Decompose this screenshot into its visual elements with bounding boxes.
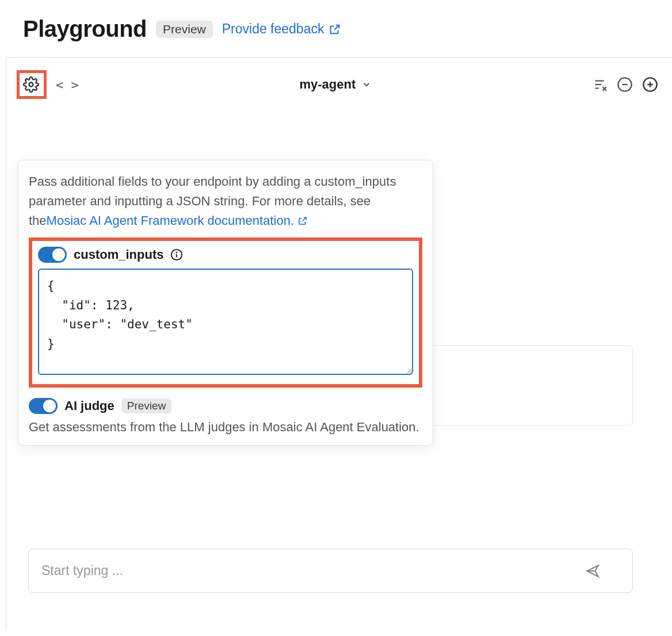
chat-input[interactable]: Start typing ...: [28, 549, 633, 593]
minus-circle-icon[interactable]: [617, 76, 633, 93]
settings-button-highlight: [17, 70, 47, 99]
chevron-down-icon: [361, 79, 372, 90]
custom-inputs-label: custom_inputs: [74, 247, 163, 262]
svg-point-0: [29, 83, 33, 87]
plus-circle-icon[interactable]: [642, 76, 658, 93]
ai-judge-label: AI judge: [64, 399, 114, 413]
code-toggle-icon[interactable]: < >: [56, 78, 79, 92]
model-name-label: my-agent: [299, 77, 356, 92]
send-icon[interactable]: [585, 564, 600, 578]
external-link-icon: [329, 23, 341, 36]
chat-placeholder: Start typing ...: [41, 563, 123, 578]
custom-inputs-toggle[interactable]: [38, 247, 67, 263]
clear-icon[interactable]: [593, 77, 608, 92]
gear-icon[interactable]: [23, 76, 39, 93]
custom-inputs-textarea[interactable]: [38, 269, 413, 375]
custom-inputs-highlight: custom_inputs: [29, 237, 422, 388]
feedback-label: Provide feedback: [222, 21, 324, 37]
model-selector[interactable]: my-agent: [86, 77, 586, 92]
page-title: Playground: [23, 16, 147, 42]
provide-feedback-link[interactable]: Provide feedback: [222, 21, 342, 37]
framework-doc-link[interactable]: Mosiac AI Agent Framework documentation.: [47, 213, 308, 228]
preview-badge: Preview: [156, 21, 213, 38]
ai-judge-toggle[interactable]: [29, 398, 58, 414]
ai-judge-description: Get assessments from the LLM judges in M…: [29, 420, 422, 435]
info-icon[interactable]: [170, 248, 183, 261]
settings-panel: Pass additional fields to your endpoint …: [18, 160, 433, 446]
ai-judge-preview-badge: Preview: [121, 399, 172, 413]
svg-point-13: [177, 252, 177, 253]
panel-intro-text: Pass additional fields to your endpoint …: [29, 172, 422, 231]
